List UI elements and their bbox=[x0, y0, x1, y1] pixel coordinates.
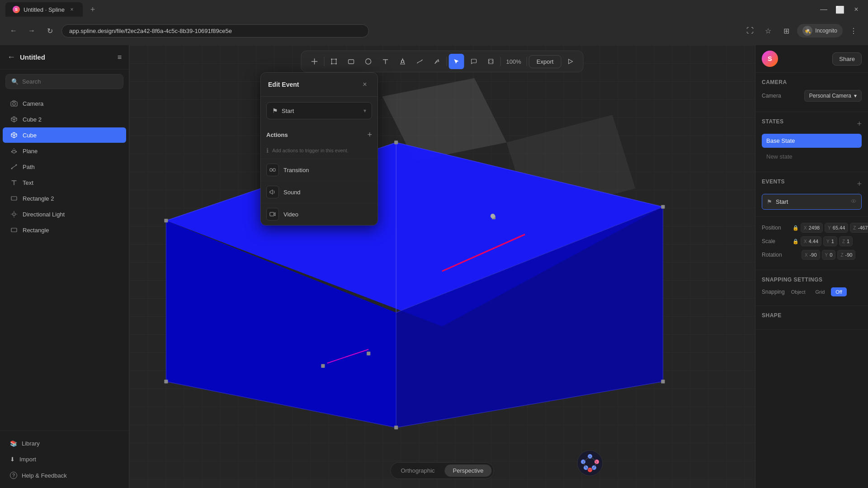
sound-icon bbox=[266, 186, 279, 198]
add-tool-btn[interactable] bbox=[307, 54, 322, 69]
spline-tool-btn[interactable] bbox=[412, 54, 428, 69]
event-start[interactable]: ⚑ Start bbox=[762, 194, 862, 210]
canvas-area[interactable]: 100% Export bbox=[129, 45, 755, 488]
state-base[interactable]: Base State bbox=[762, 134, 862, 148]
sidebar-item-label: Directional Light bbox=[23, 211, 65, 218]
tab-favicon: S bbox=[13, 6, 20, 13]
sidebar-item-text[interactable]: Text bbox=[3, 175, 126, 190]
back-nav-btn[interactable]: ← bbox=[7, 24, 20, 37]
svg-rect-54 bbox=[273, 169, 275, 171]
camera-icon bbox=[10, 99, 18, 108]
camera-dropdown[interactable]: Personal Camera ▾ bbox=[804, 90, 862, 102]
actions-title: Actions bbox=[266, 131, 288, 138]
right-panel: S Share Camera Camera Personal Camera ▾ … bbox=[755, 45, 868, 488]
sidebar-item-camera[interactable]: Camera bbox=[3, 96, 126, 111]
extensions-btn[interactable]: ⊞ bbox=[779, 23, 793, 38]
modal-close-btn[interactable]: × bbox=[359, 79, 370, 90]
sidebar-import-btn[interactable]: ⬇ Import bbox=[5, 452, 123, 466]
export-btn[interactable]: Export bbox=[529, 55, 561, 68]
event-trigger-dropdown[interactable]: ⚑ Start ▾ bbox=[266, 102, 372, 119]
rotation-row: Rotation X-90 Y0 Z-90 bbox=[762, 250, 862, 260]
window-maximize-btn[interactable]: ⬜ bbox=[834, 3, 846, 16]
svg-rect-55 bbox=[270, 212, 274, 216]
scale-z-input[interactable]: Z1 bbox=[839, 236, 853, 246]
snapping-off-btn[interactable]: Off bbox=[831, 287, 846, 296]
forward-nav-btn[interactable]: → bbox=[25, 24, 38, 37]
window-controls: — ⬜ × bbox=[817, 3, 863, 16]
scale-y-input[interactable]: Y1 bbox=[823, 236, 837, 246]
rect-tool-btn[interactable] bbox=[344, 54, 359, 69]
shape-tool-btn[interactable] bbox=[395, 54, 410, 69]
search-box[interactable]: 🔍 bbox=[5, 74, 123, 89]
rotation-y-val: 0 bbox=[830, 252, 832, 258]
new-tab-btn[interactable]: + bbox=[86, 3, 99, 16]
sidebar-library-btn[interactable]: 📚 Library bbox=[5, 436, 123, 450]
sidebar-item-rectangle2[interactable]: Rectangle 2 bbox=[3, 191, 126, 206]
rz-axis: Z bbox=[840, 253, 843, 258]
search-input[interactable] bbox=[22, 78, 118, 85]
action-transition-label: Transition bbox=[283, 167, 309, 174]
sidebar-item-label: Cube bbox=[23, 132, 37, 139]
rotation-z-input[interactable]: Z-90 bbox=[837, 250, 855, 260]
share-btn[interactable]: Share bbox=[832, 52, 862, 66]
sidebar-item-cube[interactable]: Cube bbox=[3, 127, 126, 143]
events-add-btn[interactable]: + bbox=[857, 179, 862, 189]
action-transition[interactable]: Transition bbox=[261, 159, 377, 181]
sidebar-item-path[interactable]: Path bbox=[3, 159, 126, 174]
browser-menu-btn[interactable]: ⋮ bbox=[846, 23, 861, 38]
sidebar-item-cube2[interactable]: Cube 2 bbox=[3, 112, 126, 127]
pen-tool-btn[interactable] bbox=[429, 54, 445, 69]
sidebar-item-plane[interactable]: Plane bbox=[3, 143, 126, 159]
transform-tool-btn[interactable] bbox=[326, 54, 342, 69]
sidebar-menu-btn[interactable]: ≡ bbox=[118, 53, 122, 61]
nav-widget[interactable] bbox=[574, 447, 606, 481]
y-axis: Y bbox=[828, 225, 831, 230]
position-y-input[interactable]: Y65.44 bbox=[825, 223, 848, 233]
sz-axis: Z bbox=[842, 239, 845, 244]
url-bar[interactable]: app.spline.design/file/f2ec2a42-8f6a-4c5… bbox=[61, 24, 369, 38]
sidebar-item-rectangle[interactable]: Rectangle bbox=[3, 222, 126, 238]
states-add-btn[interactable]: + bbox=[857, 119, 862, 129]
frame-tool-btn[interactable] bbox=[483, 54, 499, 69]
project-title: Untitled bbox=[20, 53, 113, 61]
position-x-input[interactable]: X2498 bbox=[801, 223, 823, 233]
rotation-x-input[interactable]: X-90 bbox=[802, 250, 820, 260]
text-tool-btn[interactable] bbox=[378, 54, 393, 69]
shape-section: Shape bbox=[755, 306, 868, 330]
play-btn[interactable] bbox=[563, 54, 577, 69]
ellipse-tool-btn[interactable] bbox=[361, 54, 376, 69]
snapping-grid-btn[interactable]: Grid bbox=[812, 287, 829, 296]
screen-share-btn[interactable]: ⛶ bbox=[743, 23, 757, 38]
rotation-y-input[interactable]: Y0 bbox=[822, 250, 836, 260]
state-base-label: Base State bbox=[766, 137, 795, 144]
view-controls: Orthographic Perspective bbox=[390, 462, 494, 479]
actions-add-btn[interactable]: + bbox=[367, 130, 372, 140]
scale-row: Scale 🔒 X4.44 Y1 Z1 bbox=[762, 236, 862, 246]
tab-close-btn[interactable]: × bbox=[68, 6, 75, 13]
orthographic-btn[interactable]: Orthographic bbox=[392, 465, 443, 477]
event-trigger-left: ⚑ Start bbox=[272, 107, 294, 114]
action-sound[interactable]: Sound bbox=[261, 181, 377, 203]
window-close-btn[interactable]: × bbox=[850, 3, 863, 16]
comment-tool-btn[interactable] bbox=[466, 54, 481, 69]
state-new[interactable]: New state bbox=[762, 150, 862, 164]
sidebar-item-directional-light[interactable]: Directional Light bbox=[3, 206, 126, 222]
toolbar-divider2 bbox=[447, 57, 447, 66]
bookmark-btn[interactable]: ☆ bbox=[761, 23, 775, 38]
scale-x-input[interactable]: X4.44 bbox=[801, 236, 821, 246]
perspective-btn[interactable]: Perspective bbox=[445, 465, 492, 477]
sidebar-help-btn[interactable]: ? Help & Feedback bbox=[5, 468, 123, 483]
sidebar-back-btn[interactable]: ← bbox=[7, 52, 15, 62]
position-z-input[interactable]: Z-4674 bbox=[850, 223, 868, 233]
browser-tab[interactable]: S Untitled · Spline × bbox=[5, 2, 83, 17]
action-video[interactable]: Video bbox=[261, 203, 377, 225]
svg-rect-22 bbox=[489, 59, 493, 64]
snapping-section: Snapping Settings Snapping Object Grid O… bbox=[755, 270, 868, 306]
window-minimize-btn[interactable]: — bbox=[817, 3, 830, 16]
scale-lock-icon: 🔒 bbox=[793, 239, 799, 244]
snapping-object-btn[interactable]: Object bbox=[788, 287, 809, 296]
ry-axis: Y bbox=[825, 253, 828, 258]
events-title: Events bbox=[762, 178, 785, 185]
refresh-btn[interactable]: ↻ bbox=[43, 24, 56, 37]
select-tool-btn[interactable] bbox=[449, 54, 464, 69]
